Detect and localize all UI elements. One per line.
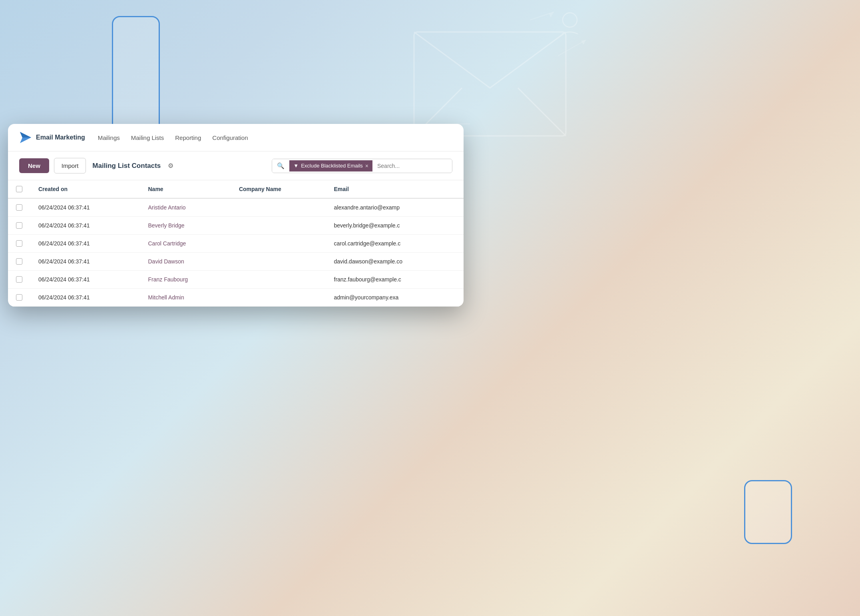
svg-line-6 bbox=[558, 40, 586, 56]
nav-item-reporting[interactable]: Reporting bbox=[175, 133, 201, 143]
nav-item-mailings[interactable]: Mailings bbox=[98, 133, 120, 143]
table-header-row: Created on Name Company Name Email bbox=[8, 180, 464, 198]
filter-remove-button[interactable]: × bbox=[365, 163, 368, 169]
search-icon-button[interactable]: 🔍 bbox=[272, 159, 289, 173]
select-all-checkbox[interactable] bbox=[16, 186, 22, 192]
app-logo: Email Marketing bbox=[19, 131, 85, 144]
search-bar: 🔍 ▼ Exclude Blacklisted Emails × bbox=[272, 159, 452, 173]
active-filter-tag: ▼ Exclude Blacklisted Emails × bbox=[289, 160, 372, 171]
row-company-name bbox=[231, 271, 326, 289]
table-body: 06/24/2024 06:37:41 Aristide Antario ale… bbox=[8, 198, 464, 307]
svg-line-2 bbox=[518, 88, 566, 136]
nav-item-mailing-lists[interactable]: Mailing Lists bbox=[131, 133, 164, 143]
table-row[interactable]: 06/24/2024 06:37:41 Carol Cartridge caro… bbox=[8, 235, 464, 253]
table-row[interactable]: 06/24/2024 06:37:41 Mitchell Admin admin… bbox=[8, 289, 464, 307]
row-checkbox-cell bbox=[8, 198, 30, 217]
row-checkbox-0[interactable] bbox=[16, 204, 22, 211]
row-email: david.dawson@example.co bbox=[326, 253, 464, 271]
deco-bottom-right bbox=[744, 480, 792, 544]
search-input[interactable] bbox=[372, 159, 452, 172]
col-header-checkbox bbox=[8, 180, 30, 198]
nav-item-configuration[interactable]: Configuration bbox=[212, 133, 248, 143]
row-company-name bbox=[231, 289, 326, 307]
row-email: alexandre.antario@examp bbox=[326, 198, 464, 217]
table-row[interactable]: 06/24/2024 06:37:41 Aristide Antario ale… bbox=[8, 198, 464, 217]
app-title: Email Marketing bbox=[36, 134, 85, 141]
row-name[interactable]: Beverly Bridge bbox=[140, 217, 231, 235]
row-name[interactable]: Aristide Antario bbox=[140, 198, 231, 217]
col-header-created-on: Created on bbox=[30, 180, 140, 198]
row-checkbox-cell bbox=[8, 271, 30, 289]
logo-icon bbox=[19, 131, 32, 144]
import-button[interactable]: Import bbox=[54, 158, 86, 173]
new-button[interactable]: New bbox=[19, 158, 49, 173]
row-checkbox-5[interactable] bbox=[16, 294, 22, 301]
row-name[interactable]: Carol Cartridge bbox=[140, 235, 231, 253]
search-icon: 🔍 bbox=[277, 162, 285, 169]
row-checkbox-cell bbox=[8, 253, 30, 271]
row-created-on: 06/24/2024 06:37:41 bbox=[30, 217, 140, 235]
row-name[interactable]: Mitchell Admin bbox=[140, 289, 231, 307]
svg-point-3 bbox=[563, 13, 577, 27]
row-checkbox-cell bbox=[8, 217, 30, 235]
row-created-on: 06/24/2024 06:37:41 bbox=[30, 235, 140, 253]
nav-items: Mailings Mailing Lists Reporting Configu… bbox=[98, 133, 248, 143]
row-email: beverly.bridge@example.c bbox=[326, 217, 464, 235]
row-name[interactable]: Franz Faubourg bbox=[140, 271, 231, 289]
table-row[interactable]: 06/24/2024 06:37:41 Franz Faubourg franz… bbox=[8, 271, 464, 289]
row-checkbox-3[interactable] bbox=[16, 258, 22, 265]
row-name[interactable]: David Dawson bbox=[140, 253, 231, 271]
nav-bar: Email Marketing Mailings Mailing Lists R… bbox=[8, 124, 464, 152]
page-title: Mailing List Contacts bbox=[92, 162, 161, 170]
row-company-name bbox=[231, 253, 326, 271]
row-company-name bbox=[231, 235, 326, 253]
table-header: Created on Name Company Name Email bbox=[8, 180, 464, 198]
toolbar: New Import Mailing List Contacts ⚙ 🔍 ▼ E… bbox=[8, 152, 464, 180]
row-email: franz.faubourg@example.c bbox=[326, 271, 464, 289]
col-header-email: Email bbox=[326, 180, 464, 198]
gear-icon[interactable]: ⚙ bbox=[168, 162, 173, 169]
row-checkbox-cell bbox=[8, 289, 30, 307]
filter-funnel-icon: ▼ bbox=[293, 163, 299, 169]
main-card: Email Marketing Mailings Mailing Lists R… bbox=[8, 124, 464, 307]
col-header-company-name: Company Name bbox=[231, 180, 326, 198]
row-checkbox-cell bbox=[8, 235, 30, 253]
table-row[interactable]: 06/24/2024 06:37:41 Beverly Bridge bever… bbox=[8, 217, 464, 235]
row-created-on: 06/24/2024 06:37:41 bbox=[30, 271, 140, 289]
table-row[interactable]: 06/24/2024 06:37:41 David Dawson david.d… bbox=[8, 253, 464, 271]
row-email: carol.cartridge@example.c bbox=[326, 235, 464, 253]
row-created-on: 06/24/2024 06:37:41 bbox=[30, 253, 140, 271]
row-checkbox-1[interactable] bbox=[16, 222, 22, 229]
svg-marker-11 bbox=[20, 132, 31, 138]
row-company-name bbox=[231, 217, 326, 235]
row-checkbox-2[interactable] bbox=[16, 240, 22, 247]
filter-tag-label: Exclude Blacklisted Emails bbox=[301, 163, 363, 169]
svg-marker-9 bbox=[549, 12, 554, 18]
row-checkbox-4[interactable] bbox=[16, 276, 22, 283]
row-created-on: 06/24/2024 06:37:41 bbox=[30, 198, 140, 217]
row-company-name bbox=[231, 198, 326, 217]
row-email: admin@yourcompany.exa bbox=[326, 289, 464, 307]
col-header-name: Name bbox=[140, 180, 231, 198]
row-created-on: 06/24/2024 06:37:41 bbox=[30, 289, 140, 307]
data-table: Created on Name Company Name Email 06/24… bbox=[8, 180, 464, 307]
svg-rect-0 bbox=[414, 32, 566, 136]
